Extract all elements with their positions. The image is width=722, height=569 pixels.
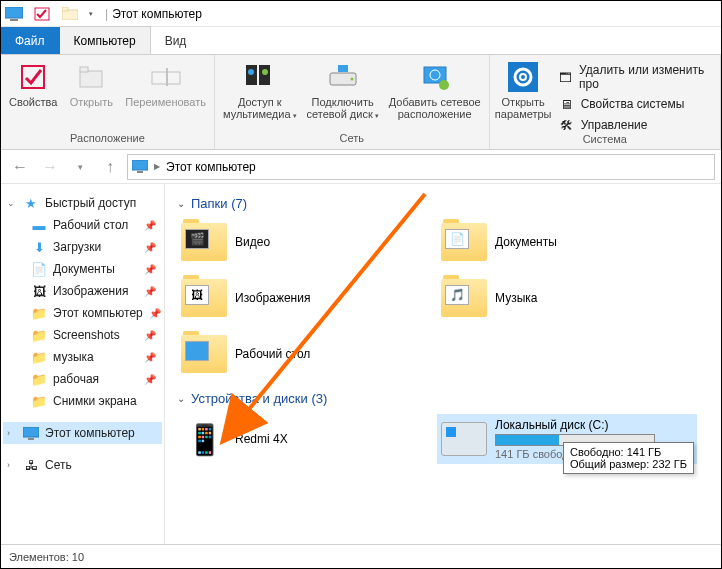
- folder-icon: 📁: [31, 349, 47, 365]
- open-settings-button[interactable]: Открыть параметры: [498, 59, 549, 120]
- drive-name: Локальный диск (C:): [495, 418, 655, 432]
- folder-desktop-icon: [181, 335, 227, 373]
- folder-icon: 📁: [31, 371, 47, 387]
- address-bar[interactable]: ▶ Этот компьютер: [127, 154, 715, 180]
- drive-icon: [327, 61, 359, 93]
- system-small-buttons: 🗔Удалить или изменить про 🖥Свойства сист…: [559, 59, 712, 133]
- pc-addr-icon: [132, 159, 148, 175]
- downloads-icon: ⬇: [31, 239, 47, 255]
- nav-downloads[interactable]: ⬇Загрузки📌: [3, 236, 162, 258]
- folder-documents[interactable]: 📄Документы: [437, 219, 687, 265]
- addr-chevron-icon[interactable]: ▶: [154, 162, 160, 171]
- expand-icon[interactable]: ›: [7, 428, 17, 438]
- nav-desktop[interactable]: ▬Рабочий стол📌: [3, 214, 162, 236]
- nav-network[interactable]: ›🖧Сеть: [3, 454, 162, 476]
- group-label-network: Сеть: [223, 132, 481, 147]
- manage-icon: 🛠: [559, 117, 575, 133]
- map-drive-button[interactable]: Подключить сетевой диск▾: [307, 59, 379, 120]
- folder-videos[interactable]: 🎬Видео: [177, 219, 427, 265]
- media-access-button[interactable]: Доступ к мультимедиа▾: [223, 59, 297, 120]
- group-label-location: Расположение: [9, 132, 206, 147]
- media-icon: [244, 61, 276, 93]
- expand-icon[interactable]: ›: [7, 460, 17, 470]
- ribbon-tabs: Файл Компьютер Вид: [1, 27, 721, 55]
- settings-icon: [507, 61, 539, 93]
- pin-icon: 📌: [144, 286, 156, 297]
- svg-rect-7: [80, 67, 88, 72]
- folder-icon: 📁: [31, 393, 47, 409]
- pin-icon: 📌: [144, 220, 156, 231]
- tab-file[interactable]: Файл: [1, 27, 60, 54]
- pin-icon: 📌: [144, 242, 156, 253]
- open-button: Открыть: [67, 59, 115, 108]
- properties-button[interactable]: Свойства: [9, 59, 57, 108]
- svg-rect-23: [132, 160, 148, 170]
- folder-music[interactable]: 🎵Музыка: [437, 275, 687, 321]
- nav-pictures[interactable]: 🖼Изображения📌: [3, 280, 162, 302]
- drive-icon: [441, 422, 487, 456]
- nav-documents[interactable]: 📄Документы📌: [3, 258, 162, 280]
- svg-point-22: [520, 74, 526, 80]
- status-bar: Элементов: 10: [1, 544, 721, 568]
- nav-music[interactable]: 📁музыка📌: [3, 346, 162, 368]
- svg-rect-16: [338, 65, 348, 72]
- section-folders[interactable]: ⌄Папки (7): [177, 196, 721, 211]
- phone-icon: 📱: [181, 419, 227, 459]
- content-pane[interactable]: ⌄Папки (7) 🎬Видео 📄Документы 🖼Изображени…: [165, 184, 721, 544]
- forward-button[interactable]: →: [37, 154, 63, 180]
- recent-dropdown[interactable]: ▾: [67, 154, 93, 180]
- nav-pane[interactable]: ⌄★Быстрый доступ ▬Рабочий стол📌 ⬇Загрузк…: [1, 184, 165, 544]
- pc-icon: [3, 3, 25, 25]
- nav-screenshots[interactable]: 📁Screenshots📌: [3, 324, 162, 346]
- titlebar-separator: |: [105, 7, 108, 21]
- folder-icon: 📁: [31, 305, 47, 321]
- svg-rect-11: [259, 65, 270, 85]
- chevron-down-icon: ⌄: [177, 198, 185, 209]
- drive-tooltip: Свободно: 141 ГБ Общий размер: 232 ГБ: [563, 442, 694, 474]
- nav-work[interactable]: 📁рабочая📌: [3, 368, 162, 390]
- folder-pictures[interactable]: 🖼Изображения: [177, 275, 427, 321]
- nav-quick-access[interactable]: ⌄★Быстрый доступ: [3, 192, 162, 214]
- nav-thispc-link[interactable]: 📁Этот компьютер📌: [3, 302, 162, 324]
- qat-dropdown-icon[interactable]: ▾: [89, 10, 93, 18]
- addr-segment[interactable]: Этот компьютер: [166, 160, 256, 174]
- folder-documents-icon: 📄: [441, 223, 487, 261]
- svg-point-15: [350, 78, 353, 81]
- svg-rect-5: [22, 66, 44, 88]
- add-net-location-button[interactable]: Добавить сетевое расположение: [389, 59, 481, 120]
- rename-button: Переименовать: [125, 59, 206, 108]
- rename-icon: [150, 61, 182, 93]
- window-title: Этот компьютер: [112, 7, 202, 21]
- uninstall-icon: 🗔: [559, 69, 573, 85]
- svg-rect-4: [62, 7, 68, 11]
- group-label-system: Система: [498, 133, 712, 147]
- props-qat-icon[interactable]: [31, 3, 53, 25]
- svg-rect-0: [5, 7, 23, 18]
- pin-icon: 📌: [144, 330, 156, 341]
- nav-this-pc[interactable]: ›Этот компьютер: [3, 422, 162, 444]
- chevron-down-icon: ⌄: [177, 393, 185, 404]
- ribbon: Свойства Открыть Переименовать Расположе…: [1, 55, 721, 150]
- tab-computer[interactable]: Компьютер: [60, 26, 151, 54]
- section-devices[interactable]: ⌄Устройства и диски (3): [177, 391, 721, 406]
- up-button[interactable]: ↑: [97, 154, 123, 180]
- tab-view[interactable]: Вид: [151, 27, 202, 54]
- ribbon-group-system: Открыть параметры 🗔Удалить или изменить …: [490, 55, 721, 149]
- device-phone[interactable]: 📱 Redmi 4X: [177, 414, 427, 464]
- svg-rect-1: [10, 19, 18, 21]
- folder-pictures-icon: 🖼: [181, 279, 227, 317]
- nav-snips[interactable]: 📁Снимки экрана: [3, 390, 162, 412]
- svg-point-13: [262, 69, 268, 75]
- net-location-icon: [419, 61, 451, 93]
- svg-rect-25: [23, 427, 39, 437]
- folder-desktop[interactable]: Рабочий стол: [177, 331, 427, 377]
- uninstall-button[interactable]: 🗔Удалить или изменить про: [559, 63, 712, 91]
- new-folder-qat-icon[interactable]: [59, 3, 81, 25]
- expand-icon[interactable]: ⌄: [7, 198, 17, 208]
- star-icon: ★: [23, 195, 39, 211]
- manage-button[interactable]: 🛠Управление: [559, 117, 712, 133]
- sysprops-button[interactable]: 🖥Свойства системы: [559, 96, 712, 112]
- open-icon: [75, 61, 107, 93]
- svg-point-19: [439, 80, 449, 90]
- back-button[interactable]: ←: [7, 154, 33, 180]
